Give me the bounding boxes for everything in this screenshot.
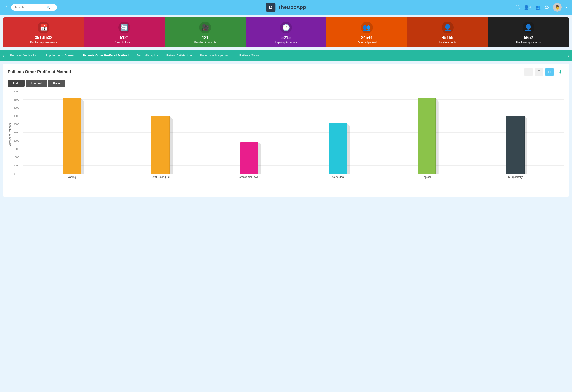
stat-icon-pending: 🎥: [199, 22, 211, 33]
stat-number-followup: 5121: [120, 35, 129, 40]
chart-inner: 0500100015002000250030003500400045005000…: [14, 91, 564, 179]
download-button[interactable]: ⬇: [556, 68, 564, 76]
tab-preferred[interactable]: Patients Other Preffered Method: [79, 50, 133, 62]
y-label-5000: 5000: [14, 90, 19, 93]
tab-status[interactable]: Patients Status: [235, 50, 264, 62]
tabs-list: Reduced MedicationAppointments BookedPat…: [6, 50, 566, 62]
y-label-4500: 4500: [14, 98, 19, 101]
y-label-3000: 3000: [14, 123, 19, 126]
stat-label-booked: Booked Appointments: [30, 41, 57, 44]
tab-benzo[interactable]: Benzodiazapine: [133, 50, 162, 62]
y-label-500: 500: [14, 164, 18, 167]
stat-card-referred[interactable]: 👥 24544 Referred patient: [326, 17, 407, 47]
tab-agegroup[interactable]: Patients with age group: [196, 50, 235, 62]
chart-view-button[interactable]: ⊞: [545, 68, 554, 76]
y-label-4000: 4000: [14, 106, 19, 109]
stat-number-pending: 121: [202, 35, 208, 40]
bar-shadow-topical: [435, 98, 439, 174]
chart-type-polar-button[interactable]: Polar: [48, 80, 65, 87]
stat-icon-expiring: 🕐: [280, 22, 292, 33]
y-label-0: 0: [14, 172, 15, 175]
chart-grid: 0500100015002000250030003500400045005000: [23, 91, 564, 174]
stat-label-norecords: Not Having Records: [516, 41, 540, 44]
stat-number-total: 45155: [442, 35, 453, 40]
section-title: Patients Other Preffered Method: [8, 69, 71, 74]
stat-label-expiring: Expiring Accounts: [275, 41, 297, 44]
chart-type-plain-button[interactable]: Plain: [8, 80, 25, 87]
tab-satisfaction[interactable]: Patient Satisfaction: [162, 50, 196, 62]
stat-number-norecords: 5652: [524, 35, 533, 40]
bar-group-oral: [116, 91, 205, 174]
stat-icon-followup: 🔄: [118, 22, 130, 33]
bar-group-vaping: [28, 91, 116, 174]
y-axis-label: Number of Patients: [8, 91, 12, 179]
fullscreen-icon[interactable]: ⛶: [516, 5, 520, 10]
bar-shadow-suppository: [524, 116, 527, 174]
bar-oral: [151, 116, 170, 174]
y-label-2000: 2000: [14, 139, 19, 142]
bar-group-capsules: [294, 91, 382, 174]
y-label-2500: 2500: [14, 131, 19, 134]
tabs-prev-button[interactable]: ‹: [1, 50, 6, 62]
stat-card-followup[interactable]: 🔄 5121 Need Follow Up: [84, 17, 165, 47]
tabs-next-button[interactable]: ›: [566, 50, 571, 62]
chart-type-inverted-button[interactable]: Inverted: [26, 80, 47, 87]
bar-shadow-oral: [169, 116, 173, 174]
avatar[interactable]: 👨: [553, 3, 562, 12]
chevron-down-icon[interactable]: ▾: [566, 5, 567, 9]
tab-reduced[interactable]: Reduced Medication: [6, 50, 42, 62]
main-content: Patients Other Preffered Method ⛶ ☰ ⊞ ⬇ …: [3, 64, 569, 197]
app-logo: D TheDocApp: [266, 2, 306, 12]
stat-icon-referred: 👥: [361, 22, 373, 33]
bars-container: [23, 91, 564, 174]
bar-vaping: [63, 98, 81, 174]
y-label-1000: 1000: [14, 156, 19, 159]
app-header: ⌂ 🔍 D TheDocApp ⛶ 👤+ 👥 ⏻ 👨 ▾: [0, 0, 572, 15]
stat-label-referred: Referred patient: [357, 41, 377, 44]
stats-row: 📅 351df532 Booked Appointments 🔄 5121 Ne…: [3, 17, 569, 47]
stat-number-expiring: 5215: [281, 35, 291, 40]
stat-card-total[interactable]: 👤 45155 Total Accounts: [407, 17, 488, 47]
stat-card-booked[interactable]: 📅 351df532 Booked Appointments: [3, 17, 84, 47]
x-labels: VapingOralSublingualSmokableFlowerCapsul…: [23, 175, 564, 179]
stat-icon-booked: 📅: [38, 22, 49, 33]
search-input[interactable]: [15, 6, 47, 9]
stat-card-expiring[interactable]: 🕐 5215 Expiring Accounts: [246, 17, 327, 47]
bar-shadow-vaping: [81, 98, 84, 174]
x-label-capsules: Capsules: [294, 175, 382, 179]
x-label-suppository: Suppository: [471, 175, 560, 179]
bar-topical: [417, 98, 436, 174]
stat-label-pending: Pending Accounts: [194, 41, 216, 44]
bar-capsules: [329, 123, 347, 174]
x-label-vaping: Vaping: [28, 175, 116, 179]
stat-card-norecords[interactable]: 👤 5652 Not Having Records: [488, 17, 569, 47]
group-icon[interactable]: 👥: [536, 5, 540, 10]
x-label-topical: Topical: [382, 175, 471, 179]
home-icon[interactable]: ⌂: [5, 4, 8, 10]
bar-group-suppository: [471, 91, 560, 174]
app-name: TheDocApp: [278, 4, 306, 10]
stat-number-booked: 351df532: [35, 35, 52, 40]
chart-type-buttons: PlainInvertedPolar: [8, 80, 564, 87]
add-user-icon[interactable]: 👤+: [524, 5, 531, 10]
stat-icon-norecords: 👤: [523, 22, 534, 33]
tab-appointments[interactable]: Appointments Booked: [42, 50, 79, 62]
section-tools: ⛶ ☰ ⊞ ⬇: [524, 68, 564, 76]
x-label-oral: OralSublingual: [116, 175, 205, 179]
tabs-bar: ‹ Reduced MedicationAppointments BookedP…: [0, 50, 572, 62]
bar-suppository: [506, 116, 524, 174]
stat-label-total: Total Accounts: [439, 41, 456, 44]
stat-number-referred: 24544: [361, 35, 373, 40]
search-icon[interactable]: 🔍: [47, 5, 50, 9]
x-label-smokable: SmokableFlower: [205, 175, 294, 179]
list-view-button[interactable]: ☰: [535, 68, 543, 76]
stat-card-pending[interactable]: 🎥 121 Pending Accounts: [165, 17, 246, 47]
power-icon[interactable]: ⏻: [545, 5, 549, 10]
bar-shadow-smokable: [258, 142, 261, 174]
y-label-1500: 1500: [14, 148, 19, 150]
expand-button[interactable]: ⛶: [524, 68, 533, 76]
header-right: ⛶ 👤+ 👥 ⏻ 👨 ▾: [516, 3, 567, 12]
bar-shadow-capsules: [347, 123, 350, 174]
bar-group-smokable: [205, 91, 294, 174]
stat-icon-total: 👤: [442, 22, 454, 33]
